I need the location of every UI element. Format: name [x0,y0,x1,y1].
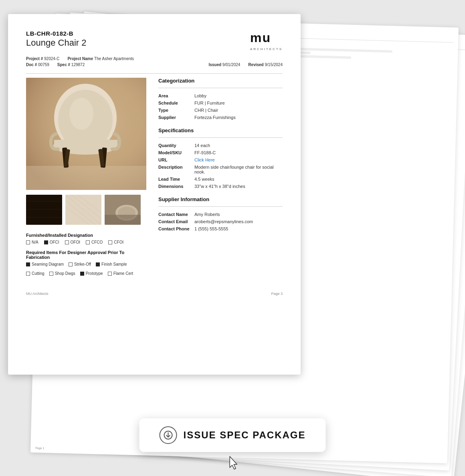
ri-flame-label: Flame Cert [113,271,133,276]
doc-meta-row1: Project # 92024-C Project Name The Asher… [26,56,283,61]
cb-ofci-label: OFCI [50,240,59,244]
issue-spec-button[interactable]: ISSUE SPEC PACKAGE [140,418,326,452]
left-column: Furnished/Installed Designation N/A OFCI… [26,78,146,276]
cb-cfco-box [86,240,90,244]
area-label: Area [158,92,194,99]
revised-date: Revised 9/15/2024 [248,63,283,67]
ri-flame: Flame Cert [108,271,133,276]
footer-right: Page 3 [271,292,283,296]
area-row: Area Lobby [158,92,283,99]
required-items-section: Required Items For Designer Approval Pri… [26,250,146,276]
schedule-value: FUR | Furniture [194,99,283,107]
url-link[interactable]: Click Here [194,157,215,162]
model-value: FF-9188-C [194,149,283,156]
contact-phone-value: 1 (555) 555-5555 [194,225,283,232]
cta-icon [160,426,177,444]
furnished-checkboxes: N/A OFCI OFOI CFCO [26,240,146,244]
ri-strikeoff-label: Strike-Off [74,262,91,266]
url-row: URL Click Here [158,156,283,163]
supp-divider [158,206,283,207]
document-id: LB-CHR-0182-B [26,30,86,37]
dimensions-value: 33"w x 41"h x 38"d inches [194,183,283,190]
logo-text: mu [250,30,282,46]
ri-seaming-label: Seaming Diagram [32,262,64,266]
page-footer: MU Architects Page 3 [26,288,283,296]
contact-name-row: Contact Name Amy Roberts [158,211,283,218]
document-title: Lounge Chair 2 [26,38,86,48]
svg-rect-16 [26,217,62,218]
cat-divider [158,88,283,88]
model-row: Model/SKU FF-9188-C [158,149,283,156]
type-label: Type [158,107,194,114]
url-label: URL [158,156,194,163]
thumb-fabric [65,195,101,225]
cb-cfoi-label: CFOI [114,240,123,244]
lead-time-row: Lead Time 4.5 weeks [158,175,283,183]
cb-cfoi-box [108,240,112,244]
ri-shop: Shop Dwgs [49,271,75,276]
contact-phone-row: Contact Phone 1 (555) 555-5555 [158,225,283,232]
cb-ofoi: OFOI [65,240,80,244]
ri-finish: Finish Sample [96,262,127,266]
schedule-label: Schedule [158,99,194,107]
svg-text:mu: mu [250,30,271,44]
specifications-header: Specifications [158,127,283,133]
footer-left: MU Architects [26,292,49,296]
thumb-dark-wood [26,195,62,225]
ri-cutting: Cutting [26,271,44,276]
ri-cutting-box [26,272,30,276]
contact-email-label: Contact Email [158,218,194,225]
project-name: Project Name The Asher Apartments [67,56,134,61]
contact-email-value: aroberts@repsmanylines.com [194,218,283,225]
ri-prototype: Prototype [80,271,103,276]
header-divider [26,73,283,74]
specifications-table: Quantity 14 each Model/SKU FF-9188-C URL… [158,142,283,190]
ri-seaming: Seaming Diagram [26,262,64,266]
company-logo: mu ARCHITECTS [250,30,283,51]
svg-rect-13 [26,195,62,225]
ri-cutting-label: Cutting [32,271,44,276]
dimensions-row: Dimensions 33"w x 41"h x 38"d inches [158,183,283,190]
cb-cfoi: CFOI [108,240,123,244]
cb-na-box [26,240,30,244]
description-label: Description [158,163,194,175]
quantity-row: Quantity 14 each [158,142,283,149]
doc-meta-row2: Doc # 00759 Spec # 129872 Issued 9/01/20… [26,63,283,67]
categorization-header: Categorization [158,78,283,84]
supplier-row: Supplier Fortezza Furnishings [158,114,283,121]
ri-shop-box [49,272,53,276]
contact-email-row: Contact Email aroberts@repsmanylines.com [158,218,283,225]
contact-phone-label: Contact Phone [158,225,194,232]
cb-na: N/A [26,240,38,244]
ri-strikeoff-box [69,262,73,266]
supplier-info-table: Contact Name Amy Roberts Contact Email a… [158,211,283,232]
ri-seaming-box [26,262,30,266]
schedule-row: Schedule FUR | Furniture [158,99,283,107]
categorization-table: Area Lobby Schedule FUR | Furniture Type… [158,92,283,121]
spec-number: Spec # 129872 [57,63,85,67]
cb-ofoi-label: OFOI [71,240,80,244]
ri-flame-box [108,272,112,276]
furnished-section: Furnished/Installed Designation N/A OFCI… [26,233,146,244]
svg-rect-26 [105,215,141,225]
area-value: Lobby [194,92,283,99]
contact-name-label: Contact Name [158,211,194,218]
required-items-label: Required Items For Designer Approval Pri… [26,250,146,260]
bg-footer-1: Page 1 [35,447,44,450]
svg-point-12 [69,98,93,130]
logo-subtitle: ARCHITECTS [250,47,283,51]
ri-finish-label: Finish Sample [101,262,127,266]
ri-strikeoff: Strike-Off [69,262,91,266]
cb-ofci-box [44,240,48,244]
cb-cfco-label: CFCO [91,240,103,244]
quantity-value: 14 each [194,142,283,149]
supplier-label: Supplier [158,114,194,121]
ri-prototype-box [80,272,84,276]
description-value: Modern side chair/lounge chair for socia… [194,163,283,175]
mouse-cursor [227,456,240,470]
ri-shop-label: Shop Dwgs [55,271,75,276]
cta-label: ISSUE SPEC PACKAGE [184,430,306,441]
content-area: Furnished/Installed Designation N/A OFCI… [26,78,283,276]
description-row: Description Modern side chair/lounge cha… [158,163,283,175]
document-header: LB-CHR-0182-B Lounge Chair 2 mu ARCHITEC… [26,30,283,51]
